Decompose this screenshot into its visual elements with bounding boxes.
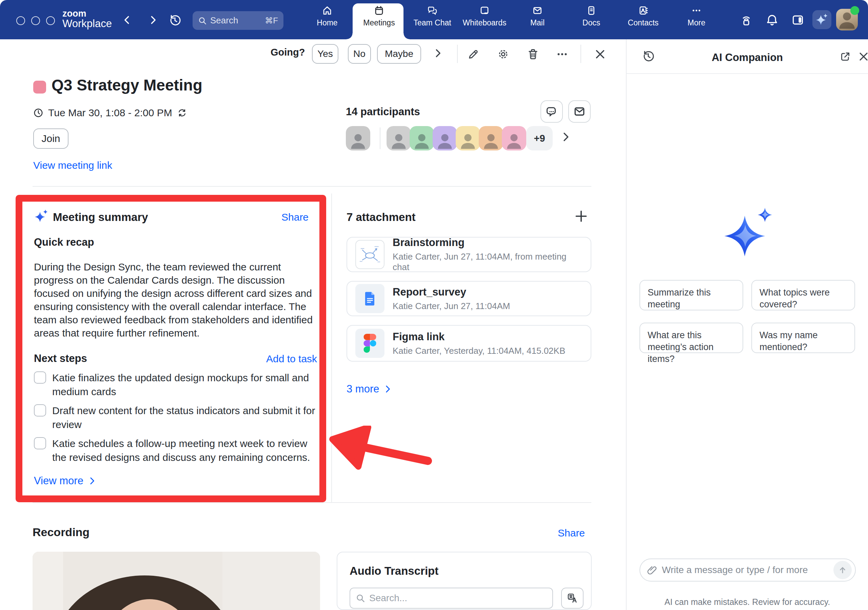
mindmap-thumbnail-icon (355, 240, 384, 269)
rsvp-maybe-button[interactable]: Maybe (377, 44, 421, 64)
figma-icon (355, 329, 384, 358)
task-checkbox[interactable] (34, 372, 46, 384)
going-label: Going? (271, 47, 305, 58)
participant-avatar[interactable] (502, 126, 526, 150)
event-color-chip (33, 81, 46, 93)
participant-avatar[interactable] (479, 126, 503, 150)
window-close-button[interactable] (16, 16, 25, 25)
notifications-bell-button[interactable] (766, 14, 778, 26)
add-attachment-button[interactable] (574, 209, 589, 224)
translate-button[interactable] (561, 588, 584, 608)
settings-gear-button[interactable] (497, 48, 509, 60)
more-dots-icon (670, 5, 723, 15)
window-minimize-button[interactable] (31, 16, 40, 25)
forward-button[interactable] (148, 15, 158, 25)
meeting-detail-pane: Going? Yes No Maybe Q3 Strategy Meeting … (0, 39, 626, 610)
ai-panel-close-button[interactable] (858, 51, 868, 62)
task-checkbox[interactable] (34, 437, 46, 449)
window-zoom-button[interactable] (46, 16, 55, 25)
team-chat-icon (406, 5, 459, 15)
participant-avatar[interactable] (386, 126, 411, 150)
chat-participants-button[interactable] (541, 100, 563, 123)
quick-recap-text: During the Design Sync, the team reviewe… (34, 260, 317, 339)
view-meeting-link[interactable]: View meeting link (33, 159, 112, 171)
ai-chip-name-mentioned[interactable]: Was my name mentioned? (751, 323, 855, 353)
task-checkbox[interactable] (34, 404, 46, 416)
participant-avatar[interactable] (432, 126, 457, 150)
cast-to-device-button[interactable] (740, 14, 753, 26)
participants-overflow-chip[interactable]: +9 (526, 126, 553, 150)
send-button[interactable] (834, 561, 852, 579)
attachment-name: Report_survey (393, 286, 510, 298)
tab-label: More (670, 18, 723, 28)
participant-avatar[interactable] (409, 126, 434, 150)
app-logo: zoom Workplace (62, 9, 112, 29)
back-button[interactable] (122, 15, 132, 25)
clock-icon (33, 108, 43, 118)
participant-avatar[interactable] (346, 126, 370, 150)
view-more-link[interactable]: View more (34, 475, 96, 487)
task-text: Katie schedules a follow-up meeting next… (52, 437, 321, 464)
history-button[interactable] (169, 14, 181, 26)
recurring-icon (177, 108, 187, 118)
tab-home[interactable]: Home (301, 5, 353, 28)
summary-share-link[interactable]: Share (281, 212, 308, 223)
email-participants-button[interactable] (568, 100, 591, 123)
recording-title: Recording (33, 526, 90, 539)
recording-video-thumbnail[interactable] (33, 552, 320, 610)
rsvp-expand-chevron[interactable] (432, 48, 443, 58)
attachment-meta: Katie Carter, Jun 27, 11:04AM, from meet… (393, 251, 583, 272)
tab-label: Mail (511, 18, 564, 28)
recording-share-link[interactable]: Share (558, 527, 585, 539)
close-button[interactable] (594, 48, 606, 60)
rsvp-no-button[interactable]: No (348, 44, 371, 64)
attachment-card-report[interactable]: Report_survey Katie Carter, Jun 27, 11:0… (347, 281, 591, 316)
tab-meetings[interactable]: Meetings (353, 5, 406, 28)
ai-companion-toolbar-button[interactable] (812, 10, 831, 29)
tab-whiteboards[interactable]: Whiteboards (458, 5, 511, 28)
ai-chip-summarize[interactable]: Summarize this meeting (640, 280, 743, 310)
join-button[interactable]: Join (33, 129, 68, 149)
transcript-search-input[interactable]: Search... (350, 588, 553, 608)
paperclip-icon[interactable] (647, 565, 657, 575)
rsvp-yes-button[interactable]: Yes (312, 44, 338, 64)
next-steps-label: Next steps (34, 353, 87, 365)
participant-avatar[interactable] (456, 126, 480, 150)
tab-mail[interactable]: Mail (511, 5, 564, 28)
divider (626, 73, 868, 74)
search-icon (198, 16, 207, 25)
meeting-time-row: Tue Mar 30, 1:08 - 2:00 PM (33, 107, 187, 119)
ai-chip-action-items[interactable]: What are this meeting’s action items? (640, 323, 743, 353)
sidebar-toggle-button[interactable] (791, 14, 804, 26)
add-to-task-link[interactable]: Add to task (266, 353, 317, 365)
attachments-more-link[interactable]: 3 more (347, 383, 392, 395)
task-text: Katie finalizes the updated design mocku… (52, 371, 321, 398)
task-item: Draft new content for the status indicat… (34, 404, 321, 431)
calendar-icon (353, 5, 406, 15)
attachment-card-brainstorming[interactable]: Brainstorming Katie Carter, Jun 27, 11:0… (347, 237, 591, 272)
tab-docs[interactable]: Docs (565, 5, 618, 28)
ai-companion-panel: AI Companion Summarize this meeting What… (626, 39, 868, 610)
edit-pencil-button[interactable] (467, 48, 479, 60)
view-more-label: View more (34, 475, 84, 487)
ai-message-input[interactable]: Write a message or type / for more (640, 559, 856, 582)
logo-line-workplace: Workplace (62, 18, 112, 29)
ai-input-placeholder: Write a message or type / for more (662, 565, 829, 576)
attachment-card-figma[interactable]: Figma link Katie Carter, Yesterday, 11:0… (347, 325, 591, 362)
ai-disclaimer: AI can make mistakes. Review for accurac… (626, 597, 868, 607)
tab-more[interactable]: More (670, 5, 723, 28)
attachments-title: 7 attachment (347, 211, 416, 224)
tab-label: Meetings (353, 18, 406, 28)
global-search-input[interactable]: Search ⌘F (192, 11, 284, 30)
open-in-new-window-button[interactable] (840, 51, 851, 62)
delete-trash-button[interactable] (527, 48, 539, 60)
attachments-more-label: 3 more (347, 383, 379, 395)
top-bar: zoom Workplace Search ⌘F Home Meetings T… (0, 0, 868, 39)
meeting-title: Q3 Strategy Meeting (51, 76, 202, 94)
more-options-button[interactable] (556, 48, 568, 60)
tab-team-chat[interactable]: Team Chat (406, 5, 459, 28)
tab-contacts[interactable]: Contacts (617, 5, 670, 28)
participants-expand-chevron[interactable] (560, 132, 571, 142)
ai-chip-topics[interactable]: What topics were covered? (751, 280, 855, 310)
annotation-arrow (326, 426, 437, 477)
